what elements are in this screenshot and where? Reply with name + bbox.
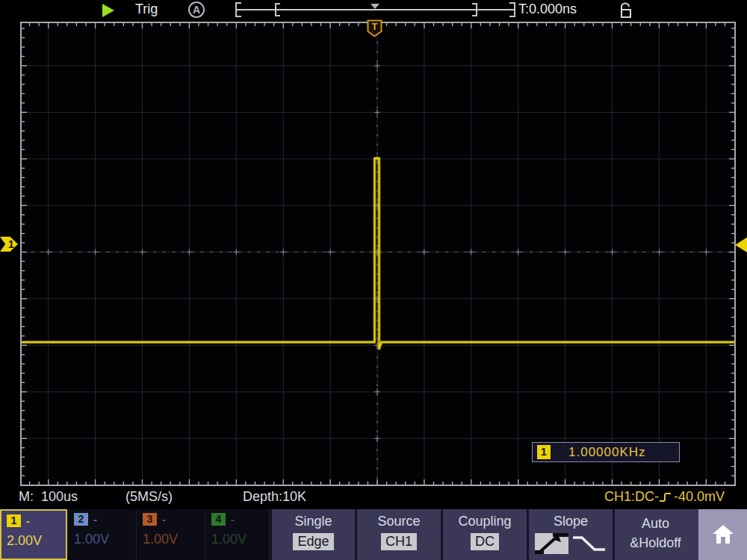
- menu-coupling-label: Coupling: [443, 514, 527, 529]
- ch2-volts-per-div: 1.00V: [74, 532, 131, 547]
- svg-text:T: T: [372, 21, 378, 32]
- slope-rising-icon[interactable]: [535, 532, 569, 555]
- trig-label: Trig: [135, 1, 158, 17]
- trigger-level-marker[interactable]: [735, 237, 747, 252]
- ch1-coupling-dash: -: [26, 514, 30, 527]
- menu-source-value: CH1: [381, 533, 417, 550]
- ch1-badge: 1: [7, 514, 21, 527]
- trigger-readout-suffix: -40.0mV: [674, 489, 725, 505]
- hbar-inner-left-bracket: [275, 3, 280, 16]
- run-state-play-icon: [102, 4, 114, 17]
- channel-4-status[interactable]: 4 - 1.00V: [206, 509, 270, 560]
- ch3-badge: 3: [143, 513, 157, 526]
- menu-slope-button[interactable]: Slope: [527, 509, 613, 560]
- frequency-counter: 1 1.00000KHz: [532, 442, 680, 462]
- channel-2-status[interactable]: 2 - 1.00V: [69, 509, 137, 560]
- timebase-readout: M: 100us: [19, 489, 78, 505]
- rising-edge-icon: [659, 491, 674, 504]
- unlock-icon[interactable]: [618, 2, 633, 19]
- ch1-volts-per-div: 2.00V: [7, 533, 61, 549]
- ch4-badge: 4: [211, 513, 226, 526]
- oscilloscope-screen: Trig A T:0.000ns T 1 1 1.00000KHz M: 100…: [0, 0, 747, 560]
- ch3-coupling-dash: -: [162, 513, 166, 526]
- top-bar: Trig A T:0.000ns: [0, 0, 747, 21]
- home-button[interactable]: [698, 509, 747, 560]
- auto-trigger-icon: A: [188, 1, 205, 18]
- menu-slope-label: Slope: [529, 514, 613, 529]
- ch4-coupling-dash: -: [231, 513, 235, 526]
- menu-single-label: Single: [272, 514, 355, 529]
- ch4-volts-per-div: 1.00V: [211, 532, 264, 547]
- sample-rate-readout: (5MS/s): [125, 489, 173, 505]
- channel-1-status[interactable]: 1 - 2.00V: [0, 509, 67, 560]
- ch1-zero-position-marker[interactable]: 1: [0, 236, 18, 252]
- hbar-inner-right-bracket: [472, 3, 477, 16]
- frequency-channel-badge: 1: [537, 445, 551, 459]
- menu-single-button[interactable]: Single Edge: [270, 509, 355, 560]
- depth-readout: Depth:10K: [243, 489, 306, 505]
- trigger-readout-prefix: CH1:DC-: [604, 489, 659, 505]
- home-icon: [710, 523, 736, 547]
- trigger-position-marker[interactable]: T: [367, 19, 382, 37]
- ch2-coupling-dash: -: [93, 513, 97, 526]
- trigger-time-offset: T:0.000ns: [518, 1, 577, 17]
- menu-source-button[interactable]: Source CH1: [355, 509, 441, 560]
- channel-3-status[interactable]: 3 - 1.00V: [137, 509, 205, 560]
- ch2-badge: 2: [74, 513, 88, 526]
- status-bar: M: 100us (5MS/s) Depth:10K CH1:DC- -40.0…: [0, 486, 747, 509]
- menu-coupling-value: DC: [471, 533, 499, 550]
- hbar-trigger-position-icon[interactable]: [371, 4, 379, 9]
- menu-source-label: Source: [357, 514, 441, 529]
- graticule-display: [20, 22, 736, 486]
- menu-auto-label: Auto: [615, 514, 696, 533]
- menu-coupling-button[interactable]: Coupling DC: [441, 509, 527, 560]
- menu-single-value: Edge: [293, 533, 333, 550]
- trigger-soft-menu: Single Edge Source CH1 Coupling DC Slope: [270, 509, 698, 560]
- ch3-volts-per-div: 1.00V: [143, 532, 199, 547]
- menu-auto-holdoff-button[interactable]: Auto &Holdoff: [613, 509, 696, 560]
- bottom-bar: 1 - 2.00V 2 - 1.00V 3 - 1.00V 4 - 1.00V: [0, 509, 747, 560]
- horizontal-position-bar[interactable]: [235, 1, 515, 18]
- menu-holdoff-label: &Holdoff: [615, 533, 696, 553]
- slope-falling-icon[interactable]: [572, 532, 607, 555]
- trigger-readout: CH1:DC- -40.0mV: [604, 489, 725, 505]
- frequency-value: 1.00000KHz: [568, 445, 646, 460]
